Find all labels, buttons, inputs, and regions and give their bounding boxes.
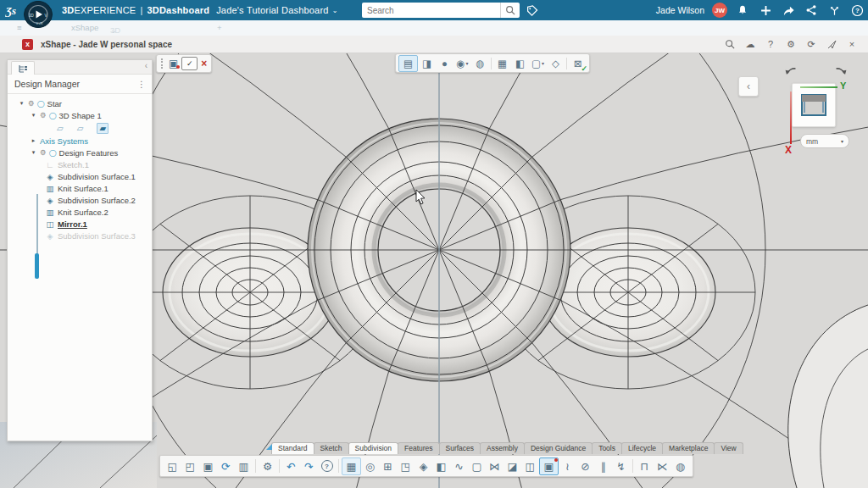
3dcompass-button[interactable]: 3D V V+R xyxy=(24,1,53,28)
xy-plane-icon[interactable]: ▱ xyxy=(57,124,64,133)
paste-special-icon[interactable]: ▥ xyxy=(235,458,253,474)
cancel-button[interactable]: × xyxy=(201,58,207,69)
cube-pair-icon[interactable]: ◫ xyxy=(521,458,539,474)
settings-icon[interactable]: ⚙ xyxy=(785,38,797,50)
tab-view[interactable]: View xyxy=(714,442,743,454)
tab-tools[interactable]: Tools xyxy=(592,442,622,454)
tab-surfaces[interactable]: Surfaces xyxy=(439,442,481,454)
tree-node-sketch1[interactable]: ∟ Sketch.1 xyxy=(8,158,152,170)
box-open-icon[interactable]: ⊓ xyxy=(636,458,654,474)
rotate-right-icon[interactable] xyxy=(834,66,849,78)
sync-icon[interactable]: ⟳ xyxy=(217,458,235,474)
tree-node-subdivision-surface2[interactable]: ◈ Subdivision Surface.2 xyxy=(8,194,152,206)
tree-node-subdivision-surface3[interactable]: ◈ Subdivision Surface.3 xyxy=(8,230,152,241)
close-icon[interactable]: × xyxy=(846,38,858,50)
help-icon[interactable]: ? xyxy=(765,38,776,50)
primitive-icon[interactable]: ◈ xyxy=(415,458,432,474)
revolve-icon[interactable]: ◎ xyxy=(361,458,379,474)
modify-tool-icon[interactable]: ▦ xyxy=(493,56,511,71)
search-icon[interactable] xyxy=(500,3,520,18)
fold-icon[interactable]: ↯ xyxy=(612,458,630,474)
tab-design-guidance[interactable]: Design Guidance xyxy=(524,442,593,454)
frame-surface-icon[interactable]: ▢ xyxy=(468,458,486,474)
ghost-tab-xshape[interactable]: xShape xyxy=(71,23,98,32)
sphere-tool-icon[interactable]: ● xyxy=(436,56,453,71)
undo-icon[interactable]: ↶ xyxy=(282,458,300,474)
dashboard-name[interactable]: Jade's Tutorial Dashboard xyxy=(216,5,328,15)
extract-tool-icon[interactable]: ◨ xyxy=(418,56,436,71)
collaborate-icon[interactable] xyxy=(804,3,819,18)
pinch-icon[interactable]: ⋉ xyxy=(654,458,671,474)
add-tab-icon[interactable]: + xyxy=(217,23,222,32)
select-dropdown-icon[interactable]: ▢ xyxy=(529,56,547,71)
refresh-icon[interactable]: ⟳ xyxy=(805,38,817,50)
tab-marketplace[interactable]: Marketplace xyxy=(662,442,715,454)
collapse-panel-icon[interactable]: ‹ xyxy=(145,61,147,70)
extract-face-icon[interactable]: ◳ xyxy=(397,458,415,474)
exit-tool-icon[interactable]: ⊠✓ xyxy=(569,56,587,71)
combine-icon[interactable]: ◧ xyxy=(432,458,450,474)
attract-tool-icon[interactable]: ◍ xyxy=(471,56,489,71)
user-name[interactable]: Jade Wilson xyxy=(656,5,704,15)
expander-icon[interactable]: ▾ xyxy=(18,100,25,107)
tab-features[interactable]: Features xyxy=(398,442,440,454)
tree-node-mirror1[interactable]: ◫ Mirror.1 xyxy=(8,218,152,230)
help-icon[interactable]: ? xyxy=(318,458,336,474)
share-forward-icon[interactable] xyxy=(781,3,796,18)
bend-icon[interactable]: ∿ xyxy=(450,458,468,474)
quad-mesh-icon[interactable]: ▦ xyxy=(342,458,361,475)
expander-icon[interactable]: ▸ xyxy=(30,137,37,144)
redo-icon[interactable]: ↷ xyxy=(300,458,318,474)
patch-icon[interactable]: ◪ xyxy=(504,458,521,474)
knit-tool-icon[interactable]: ▤ xyxy=(398,55,418,72)
search-input[interactable] xyxy=(362,6,500,15)
search-icon[interactable] xyxy=(724,38,736,50)
shortcuts-icon[interactable] xyxy=(826,3,842,18)
notifications-icon[interactable] xyxy=(735,3,750,18)
tree-node-knit-surface1[interactable]: ▥ Knit Surface.1 xyxy=(8,182,152,194)
yz-plane-icon[interactable]: ▱ xyxy=(77,124,84,133)
rotate-left-icon[interactable] xyxy=(783,66,798,78)
import-icon[interactable]: ◰ xyxy=(181,458,199,474)
tab-standard[interactable]: Standard xyxy=(271,442,314,454)
zx-plane-icon[interactable]: ▰ xyxy=(97,123,108,134)
previous-view-button[interactable]: ‹ xyxy=(738,76,759,97)
menu-icon[interactable]: ≡ xyxy=(17,23,22,32)
drag-handle[interactable] xyxy=(161,58,165,69)
cloud-icon[interactable]: ☁ xyxy=(744,38,756,50)
split-curve-icon[interactable]: ≀ xyxy=(559,458,576,474)
expander-icon[interactable]: ▾ xyxy=(30,112,37,119)
mesh-box-icon[interactable]: ⊞ xyxy=(379,458,397,474)
insert-position-handle[interactable] xyxy=(35,253,39,279)
tree-node-subdivision-surface1[interactable]: ◈ Subdivision Surface.1 xyxy=(8,170,152,182)
ok-button[interactable]: ✓ xyxy=(181,57,198,70)
view-cube[interactable] xyxy=(792,83,836,127)
frame-tool-icon[interactable]: ◇ xyxy=(547,56,565,71)
subdivision-box-icon[interactable]: ▣ xyxy=(539,458,559,475)
tab-lifecycle[interactable]: Lifecycle xyxy=(621,442,663,454)
tree-tab[interactable] xyxy=(11,61,35,75)
align-tool-icon[interactable]: ◧ xyxy=(511,56,529,71)
share-icon[interactable] xyxy=(826,38,837,50)
tab-subdivision[interactable]: Subdivision xyxy=(348,442,398,454)
help-icon[interactable]: ? xyxy=(849,3,865,18)
add-icon[interactable] xyxy=(758,3,773,18)
settings-icon[interactable]: ⚙ xyxy=(259,458,276,474)
planes-icon[interactable]: ∥ xyxy=(594,458,612,474)
tree-node-design-features[interactable]: ▾ ⚙ ◯ Design Features xyxy=(8,147,152,158)
stitch-icon[interactable]: ⋈ xyxy=(486,458,504,474)
tab-sketch[interactable]: Sketch xyxy=(314,442,349,454)
expander-icon[interactable]: ▾ xyxy=(30,149,37,156)
primitives-dropdown-icon[interactable]: ◉ xyxy=(453,56,471,71)
trim-circle-icon[interactable]: ⊘ xyxy=(576,458,594,474)
tab-assembly[interactable]: Assembly xyxy=(480,442,525,454)
save-icon[interactable]: ▣ xyxy=(199,458,217,474)
tree-node-axis-systems[interactable]: ▸ Axis Systems xyxy=(8,135,152,147)
panel-menu-icon[interactable]: ⋮ xyxy=(137,80,146,89)
tree-node-knit-surface2[interactable]: ▥ Knit Surface.2 xyxy=(8,206,152,218)
cage-sphere-icon[interactable]: ◍ xyxy=(671,458,689,474)
units-dropdown[interactable]: mm ▾ xyxy=(800,134,849,148)
tree-node-star[interactable]: ▾ ⚙ ◯ Star xyxy=(8,97,152,109)
avatar[interactable]: JW xyxy=(712,3,727,18)
tag-icon[interactable] xyxy=(524,3,539,18)
